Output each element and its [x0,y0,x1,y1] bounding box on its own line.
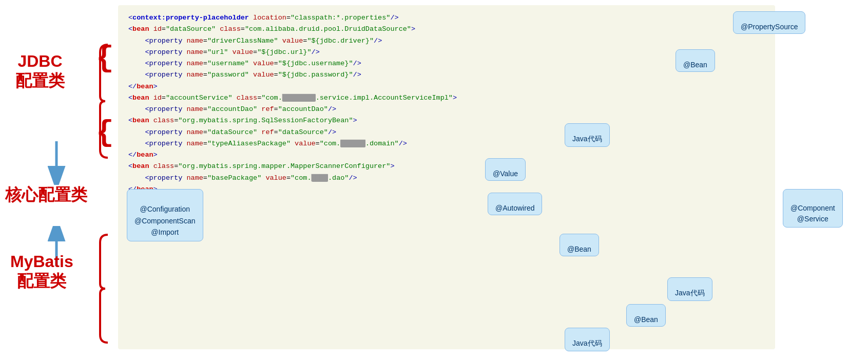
bubble-bean-2: @Bean [560,234,599,256]
bracket-jdbc-svg [98,42,113,160]
code-line-6: <property name="url" value="${jdbc.url}"… [128,47,765,58]
code-line-16: <property name="typeAliasesPackage" valu… [128,138,765,149]
bubble-java-code-3: Java代码 [565,328,610,351]
bubble-bean-3: @Bean [626,304,666,327]
bubble-java-code-2: Java代码 [667,277,712,301]
label-mybatis: MyBatis 配置类 [10,252,73,291]
bubble-autowired: @Autowired [488,193,542,215]
code-line-12: <property name="accountDao" ref="account… [128,104,765,115]
code-line-5: <property name="driverClassName" value="… [128,35,765,47]
code-line-8: <property name="password" value="${jdbc.… [128,69,765,81]
bubble-property-source: @PropertySource [733,11,805,34]
bracket-mybatis-svg [98,232,113,345]
code-line-2: <context:property-placeholder location="… [128,12,765,24]
arrow-down-svg [44,139,69,185]
main-container: <context:property-placeholder location="… [0,0,868,358]
code-line-15: <property name="dataSource" ref="dataSou… [128,127,765,138]
code-line-17: </bean> [128,149,765,161]
code-line-19: <bean class="org.mybatis.spring.mapper.M… [128,161,765,172]
bubble-java-code-1: Java代码 [565,123,610,147]
bubble-component: @Component @Service [783,189,843,228]
bubble-value: @Value [485,158,526,181]
code-line-20: <property name="basePackage" value="com.… [128,173,765,184]
bubble-bean-1: @Bean [676,49,715,72]
code-line-11: <bean id="accountService" class="com.███… [128,92,765,104]
code-line-21: </bean> [128,184,765,195]
bubble-config-annotations: @Configuration @ComponentScan @Import [127,189,203,241]
code-line-7: <property name="username" value="${jdbc.… [128,58,765,69]
label-core: 核心配置类 [5,185,87,204]
code-line-4: <bean id="dataSource" class="com.alibaba… [128,24,765,35]
label-jdbc: JDBC 配置类 [15,51,65,91]
code-line-9: </bean> [128,81,765,92]
code-line-14: <bean class="org.mybatis.spring.SqlSessi… [128,115,765,126]
